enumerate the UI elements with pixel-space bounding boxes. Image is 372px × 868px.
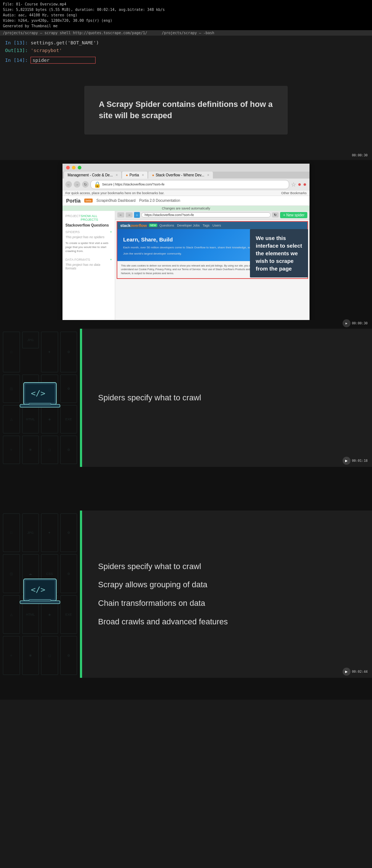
star-icon[interactable]: ☆ [291,181,296,188]
terminal-prompt-out-1: Out[13]: [5,48,28,53]
video-filename: File: 01- Course Overview.mp4 [3,1,369,7]
browser-forward-btn[interactable]: → [74,181,80,188]
portia-beta-badge: beta [84,199,93,203]
portia-logo: Portia [66,198,81,204]
timestamp-3: 00:02:44 [352,670,368,673]
so-logo: stackoverflow [120,223,147,228]
portia-app: Portia beta Scrapin0hub Dashboard Portia… [62,196,310,320]
slide-scrapy-title: A Scrapy Spider contains definitions of … [99,99,273,121]
sidebar-data-formats-add[interactable]: + [110,258,112,261]
bullet-2-item-2: Scrapy allows grouping of data [98,580,228,590]
bottom-padding [0,678,372,700]
bullet-2-item-3: Chain transformations on data [98,598,228,609]
svg-rect-4 [29,403,51,405]
browser-tab-close-stackoverflow[interactable]: × [207,173,209,177]
play-btn-2[interactable]: ▶ [343,457,351,465]
play-btn-1[interactable]: ▶ [343,319,351,327]
browser-maximize-btn[interactable] [78,166,81,169]
sidebar-data-formats-note: This project has no data formats [62,262,115,271]
bullet-1-item-1: Spiders specify what to crawl [98,392,201,404]
browser-close-btn[interactable] [66,166,70,169]
terminal-prompt-in-1: In [13]: [5,40,28,45]
browser-tab-label-management: Management - Code & De... [68,173,113,177]
sidebar-spiders-note: This project has no spiders [62,235,115,240]
browser-tab-label-stackoverflow: Stack Overflow - Where Dev... [155,173,204,177]
portia-changes-bar: Changes are saved automatically [62,206,310,211]
so-nav-tags[interactable]: Tags [203,224,210,227]
browser-tab-portia[interactable]: ● Portia × [122,172,147,179]
cursor-pos-1: 00:00:30 [352,153,368,157]
bookmarks-bar-text: For quick access, place your bookmarks h… [65,191,165,195]
content-section-2: □ JPG ✦ ⚙ ◫ ☁ CSS ⚙ △ HTML ◈ EXE ✧ ❋ ◻ ⚙… [0,511,372,678]
browser-tab-label-portia: Portia [129,173,139,177]
browser-tab-stackoverflow[interactable]: ● Stack Overflow - Where Dev... × [148,172,213,179]
portia-nav-back[interactable]: ← [117,212,124,217]
video-audio: Audio: aac, 44100 Hz, stereo (eng) [3,12,369,18]
portia-new-spider-btn[interactable]: + New spider [280,212,307,218]
browser-tab-close-portia[interactable]: × [142,173,144,177]
so-new-badge: NEW [149,224,157,227]
so-nav-users[interactable]: Users [213,224,221,227]
bullet-2-item-1: Spiders specify what to crawl [98,561,228,572]
svg-text:</>: </> [31,389,45,398]
fullscreen-icon[interactable]: ● [303,181,307,188]
sidebar-show-all[interactable]: Show all projects [81,214,112,221]
play-btn-3[interactable]: ▶ [343,668,351,676]
timestamp-1: 00:00:30 [352,321,368,325]
svg-text:</>: </> [31,585,45,594]
sidebar-project-name: Stackoverflow Questions [62,223,115,228]
so-nav-questions[interactable]: Questions [159,224,174,227]
secure-icon: 🔒 [94,181,101,188]
content-section-1: □ JPG ✦ ⚙ ◫ ☁ CSS ⚙ △ HTML ◈ EXE ✧ ❋ ◻ ⚙… [0,329,372,467]
bullet-2-item-4: Broad crawls and advanced features [98,617,228,627]
browser-back-btn[interactable]: ← [65,181,72,188]
video-size: Size: 5,823158 bytes (5.55 MiB), duratio… [3,7,369,12]
portia-refresh-btn[interactable]: ↻ [272,212,279,217]
scrapy-spider-slide: A Scrapy Spider contains definitions of … [84,86,288,135]
address-bar[interactable]: Secure | https://stackoverflow.com/?sort… [102,183,286,186]
terminal-input-spider[interactable] [31,57,96,64]
so-nav-jobs[interactable]: Developer Jobs [177,224,200,227]
section-divider [0,467,372,511]
portia-address-bar[interactable]: https://stackoverflow.com/?sort=fe [141,212,271,217]
terminal-tab-1[interactable]: /projects/scrapy — scrapy shell http://q… [3,31,147,35]
portia-nav-dashboard[interactable]: Scrapin0hub Dashboard [96,199,136,203]
video-generated: Generated by Thumbnail me [3,23,369,29]
portia-nav-docs[interactable]: Portia 2.0 Documentation [139,199,180,203]
portia-tooltip: We use this interface to select the elem… [250,229,308,277]
terminal-panel: In [13]: settings.get('BOT_NAME') Out[13… [0,36,372,68]
browser-tab-close-management[interactable]: × [116,173,118,177]
accent-bar-1 [80,329,82,467]
sidebar-data-formats-label: DATA FORMATS [65,258,90,261]
sidebar-add-spider-hint: To create a spider first visit a web pag… [62,240,115,255]
terminal-tab-2[interactable]: /projects/scrapy — -bash [162,31,214,35]
laptop-illustration-2: </> [18,577,62,611]
other-bookmarks: Other Bookmarks [281,191,307,195]
accent-bar-2 [80,511,82,678]
portia-nav-forward[interactable]: → [126,212,133,217]
sidebar-spiders-add[interactable]: + [110,230,112,234]
timestamp-2: 00:01:18 [352,459,368,463]
terminal-val-1: 'scrapybot' [31,48,62,53]
terminal-prompt-in-2: In [14]: [5,57,28,63]
svg-rect-9 [29,600,51,601]
portia-section: Management - Code & De... × ● Portia × ●… [0,160,372,329]
browser-tab-management[interactable]: Management - Code & De... × [64,172,121,179]
bullet-list-1: Spiders specify what to crawl [98,392,201,404]
laptop-illustration-1: </> [18,381,62,415]
browser-minimize-btn[interactable] [72,166,76,169]
exit-icon[interactable]: ● [298,181,302,188]
sidebar-spiders-label: SPIDERS [65,230,80,234]
browser-refresh-btn[interactable]: ↻ [82,181,89,188]
video-video: Video: h264, yuv420p, 1280x720, 30.00 fp… [3,18,369,23]
video-info-bar: File: 01- Course Overview.mp4 Size: 5,82… [0,0,372,30]
portia-sidebar: PROJECT Show all projects Stackoverflow … [62,211,115,320]
terminal-cmd-1: settings.get('BOT_NAME') [31,40,99,45]
sidebar-project-label: PROJECT [65,214,81,221]
bullet-list-2: Spiders specify what to crawl Scrapy all… [98,561,228,627]
portia-nav-home[interactable]: ⌂ [134,212,140,218]
